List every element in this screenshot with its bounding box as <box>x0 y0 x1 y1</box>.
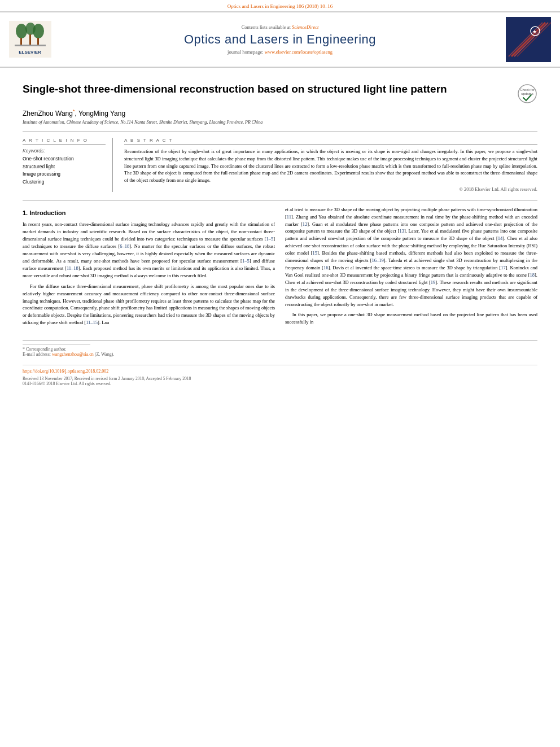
footnote-area: * Corresponding author. E-mail address: … <box>23 340 537 357</box>
authors: ZhenZhou Wang*, YongMing Yang <box>23 108 537 117</box>
abstract-section: A B S T R A C T Reconstruction of the ob… <box>124 138 537 192</box>
svg-text:★: ★ <box>532 29 537 34</box>
svg-rect-6 <box>37 38 39 45</box>
intro-para-2: For the diffuse surface three-dimensiona… <box>23 283 275 326</box>
issn-line: 0143-8166/© 2018 Elsevier Ltd. All right… <box>23 381 537 386</box>
svg-point-3 <box>33 24 44 38</box>
sciencedirect-line: Contents lists available at ScienceDirec… <box>60 24 500 30</box>
svg-rect-7 <box>15 45 46 46</box>
svg-point-1 <box>16 24 27 38</box>
email-note: E-mail address: wangzhenzhou@sia.cn (Z. … <box>23 352 537 357</box>
journal-homepage: journal homepage: www.elsevier.com/locat… <box>60 49 500 55</box>
journal-thumbnail: ★ <box>506 17 551 62</box>
received-line: Received 13 November 2017; Received in r… <box>23 376 537 381</box>
abstract-text: Reconstruction of the object by single-s… <box>124 148 537 184</box>
section-1-heading: 1. Introduction <box>23 208 275 218</box>
section-divider-2 <box>23 200 537 200</box>
journal-title: Optics and Lasers in Engineering <box>60 32 500 47</box>
article-title: Single-shot three-dimensional reconstruc… <box>23 82 511 97</box>
body-col-left: 1. Introduction In recent years, non-con… <box>23 206 275 330</box>
page: Optics and Lasers in Engineering 106 (20… <box>0 0 560 747</box>
article-info-abstract: A R T I C L E I N F O Keywords: One-shot… <box>23 138 537 192</box>
keywords-label: Keywords: <box>23 148 106 154</box>
journal-citation: Optics and Lasers in Engineering 106 (20… <box>0 0 560 11</box>
svg-rect-5 <box>29 34 31 45</box>
article-info-title: A R T I C L E I N F O <box>23 138 106 145</box>
body-columns: 1. Introduction In recent years, non-con… <box>23 206 537 330</box>
check-for-updates-badge: Check for updates <box>517 84 537 104</box>
sciencedirect-link[interactable]: ScienceDirect <box>292 24 318 30</box>
abstract-title: A B S T R A C T <box>124 138 537 145</box>
main-content: Single-shot three-dimensional reconstruc… <box>0 68 560 395</box>
footnote-divider <box>23 344 90 344</box>
homepage-url[interactable]: www.elsevier.com/locate/optlaseng <box>265 49 333 55</box>
body-col-right: et al tried to measure the 3D shape of t… <box>285 206 537 330</box>
right-para-1: et al tried to measure the 3D shape of t… <box>285 206 537 308</box>
svg-text:ELSEVIER: ELSEVIER <box>19 50 41 55</box>
section-divider <box>23 132 537 132</box>
corresponding-author-note: * Corresponding author. <box>23 347 537 352</box>
journal-header: ELSEVIER Contents lists available at Sci… <box>0 11 560 68</box>
svg-text:Check for: Check for <box>520 88 535 91</box>
keyword-image: Image processing <box>23 171 106 178</box>
keyword-one-shot: One-shot reconstruction <box>23 155 106 163</box>
keyword-clustering: Clustering <box>23 178 106 186</box>
intro-para-1: In recent years, non-contact three-dimen… <box>23 221 275 279</box>
article-info: A R T I C L E I N F O Keywords: One-shot… <box>23 138 113 192</box>
doi-section: https://doi.org/10.1016/j.optlaseng.2018… <box>23 365 537 386</box>
affiliation: Institute of Automation, Chinese Academy… <box>23 120 537 125</box>
elsevier-logo: ELSEVIER <box>9 21 54 59</box>
keyword-structured: Structured light <box>23 163 106 171</box>
doi-link[interactable]: https://doi.org/10.1016/j.optlaseng.2018… <box>23 369 537 374</box>
journal-header-center: Contents lists available at ScienceDirec… <box>60 24 500 55</box>
article-title-section: Single-shot three-dimensional reconstruc… <box>23 82 537 104</box>
copyright-line: © 2018 Elsevier Ltd. All rights reserved… <box>124 186 537 192</box>
right-para-2: In this paper, we propose a one-shot 3D … <box>285 311 537 326</box>
svg-rect-4 <box>20 38 22 45</box>
email-link[interactable]: wangzhenzhou@sia.cn <box>52 352 94 357</box>
